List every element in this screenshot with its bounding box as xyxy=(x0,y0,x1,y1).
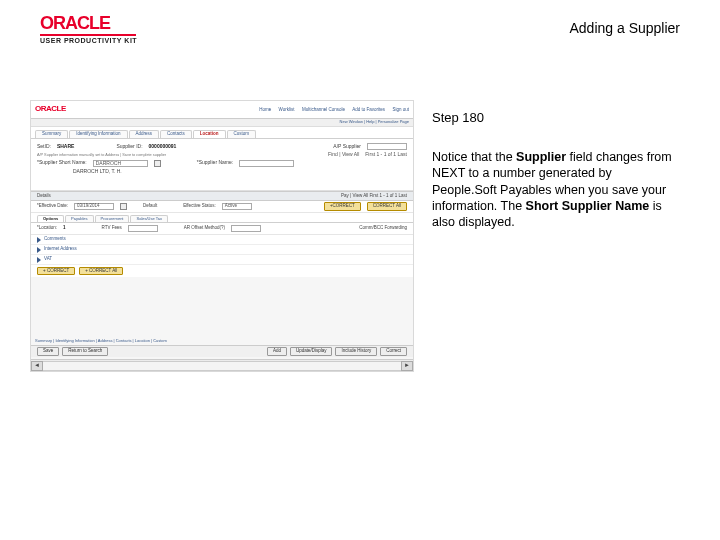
aps-input[interactable] xyxy=(367,143,407,150)
app-topbar: ORACLE Home Worklist Multichannel Consol… xyxy=(31,101,413,119)
ar-label: AR Offset Method(?) xyxy=(184,226,225,231)
section-internet-label: Internet Address xyxy=(44,247,77,252)
subtab-payables[interactable]: Payables xyxy=(65,215,93,222)
correct-history-button[interactable]: Correct xyxy=(380,347,407,356)
instruction-column: Step 180 Notice that the Supplier field … xyxy=(432,100,672,372)
step-text-prefix: Notice that the xyxy=(432,150,516,164)
loc-label: *Location: xyxy=(37,226,57,231)
sname-label: *Supplier Short Name: xyxy=(37,160,87,166)
loc-val: 1 xyxy=(63,226,66,231)
oracle-logo: ORACLE xyxy=(40,14,137,32)
ar-input[interactable] xyxy=(231,225,261,232)
bottom-crumbs: Summary | Identifying Information | Addr… xyxy=(35,339,167,343)
subtab-salesuse[interactable]: Sales/Use Tax xyxy=(130,215,168,222)
calendar-icon[interactable] xyxy=(120,203,127,210)
name-label: *Supplier Name: xyxy=(197,160,233,166)
page-header: ORACLE USER PRODUCTIVITY KIT Adding a Su… xyxy=(0,0,720,50)
lookup-icon[interactable] xyxy=(154,160,161,167)
section-internet[interactable]: Internet Address xyxy=(31,245,413,255)
step-bold-shortname: Short Supplier Name xyxy=(526,199,650,213)
app-topnav: Home Worklist Multichannel Console Add t… xyxy=(253,107,409,113)
horizontal-scrollbar[interactable]: ◄ ► xyxy=(31,359,413,371)
step-label: Step 180 xyxy=(432,110,672,125)
footer-buttons: + CORRECT + CORRECT All xyxy=(31,265,413,277)
section-vat[interactable]: VAT xyxy=(31,255,413,265)
first-last-top: First 1 - 1 of 1 Last xyxy=(365,152,407,158)
nav-mc[interactable]: Multichannel Console xyxy=(302,107,345,112)
logo-underline xyxy=(40,34,136,36)
grid-firstlast: First 1 - 1 of 1 Last xyxy=(369,193,407,198)
add-button[interactable]: Add xyxy=(267,347,287,356)
find-view-top[interactable]: Find | View All xyxy=(328,152,359,158)
tab-identifying[interactable]: Identifying Information xyxy=(69,130,127,138)
setid-value: SHARE xyxy=(57,144,75,150)
status-input[interactable]: Active xyxy=(222,203,252,210)
grid-row-date: *Effective Date: 03/19/2014 Default Effe… xyxy=(31,201,413,213)
app-logo: ORACLE xyxy=(35,105,66,114)
app-subbar: New Window | Help | Personalize Page xyxy=(31,119,413,127)
update-display-button[interactable]: Update/Display xyxy=(290,347,333,356)
date-label: *Effective Date: xyxy=(37,204,68,209)
app-bottom-toolbar: Save Return to Search Add Update/Display… xyxy=(31,345,413,357)
grid-payview[interactable]: Pay | View All xyxy=(341,193,368,198)
tab-summary[interactable]: Summary xyxy=(35,130,68,138)
sname-input[interactable]: DARROCH xyxy=(93,160,148,167)
nav-signout[interactable]: Sign out xyxy=(392,107,409,112)
save-button[interactable]: Save xyxy=(37,347,59,356)
grid-details: Details xyxy=(37,194,51,199)
sub-tabs: Options Payables Procurement Sales/Use T… xyxy=(31,213,413,223)
correct-all-btn-row[interactable]: CORRECT All xyxy=(367,202,407,211)
supplier-id-label: Supplier ID: xyxy=(116,144,142,150)
correct-button[interactable]: + CORRECT xyxy=(37,267,75,276)
tab-address[interactable]: Address xyxy=(129,130,160,138)
embedded-app-screenshot: ORACLE Home Worklist Multichannel Consol… xyxy=(30,100,414,372)
grid-header: Details Pay | View All First 1 - 1 of 1 … xyxy=(31,191,413,201)
setid-label: SetID: xyxy=(37,144,51,150)
correct-all-button[interactable]: + CORRECT All xyxy=(79,267,123,276)
scroll-right-icon[interactable]: ► xyxy=(401,361,413,371)
step-text: Notice that the Supplier field changes f… xyxy=(432,149,672,230)
logo-block: ORACLE USER PRODUCTIVITY KIT xyxy=(40,14,137,44)
section-vat-label: VAT xyxy=(44,257,52,262)
supplier-id-value: 0000000091 xyxy=(149,144,177,150)
tab-custom[interactable]: Custom xyxy=(227,130,257,138)
nav-worklist[interactable]: Worklist xyxy=(279,107,295,112)
section-comments[interactable]: Comments xyxy=(31,235,413,245)
rtv-label: RTV Fees xyxy=(102,226,122,231)
expand-icon xyxy=(37,257,41,263)
tab-location[interactable]: Location xyxy=(193,130,226,138)
expand-icon xyxy=(37,237,41,243)
aps-label: A/P Supplier xyxy=(333,144,361,150)
rtv-input[interactable] xyxy=(128,225,158,232)
date-input[interactable]: 03/19/2014 xyxy=(74,203,114,210)
tab-contacts[interactable]: Contacts xyxy=(160,130,192,138)
correct-btn-row[interactable]: +CORRECT xyxy=(324,202,361,211)
scroll-track[interactable] xyxy=(43,361,401,371)
app-tablist: Summary Identifying Information Address … xyxy=(31,127,413,139)
subtab-options[interactable]: Options xyxy=(37,215,64,222)
aps-sub: A/P Supplier information manually set to… xyxy=(37,153,166,157)
upk-label: USER PRODUCTIVITY KIT xyxy=(40,37,137,44)
subtab-procurement[interactable]: Procurement xyxy=(95,215,130,222)
include-history-button[interactable]: Include History xyxy=(335,347,377,356)
default-flag: Default xyxy=(143,204,157,209)
page-title: Adding a Supplier xyxy=(569,20,680,36)
return-button[interactable]: Return to Search xyxy=(62,347,108,356)
name-input[interactable] xyxy=(239,160,294,167)
expand-icon xyxy=(37,247,41,253)
namerow-label: DARROCH LTD, T. H. xyxy=(73,169,122,175)
app-body: SetID: SHARE Supplier ID: 0000000091 A/P… xyxy=(31,139,413,191)
options-row: *Location: 1 RTV Fees AR Offset Method(?… xyxy=(31,223,413,235)
main-area: ORACLE Home Worklist Multichannel Consol… xyxy=(0,50,720,372)
section-comments-label: Comments xyxy=(44,237,66,242)
step-bold-supplier: Supplier xyxy=(516,150,566,164)
nav-fav[interactable]: Add to Favorites xyxy=(352,107,385,112)
status-label: Effective Status: xyxy=(183,204,215,209)
nav-home[interactable]: Home xyxy=(259,107,271,112)
cc-label: Comm/BCC Forwarding xyxy=(359,226,407,231)
scroll-left-icon[interactable]: ◄ xyxy=(31,361,43,371)
